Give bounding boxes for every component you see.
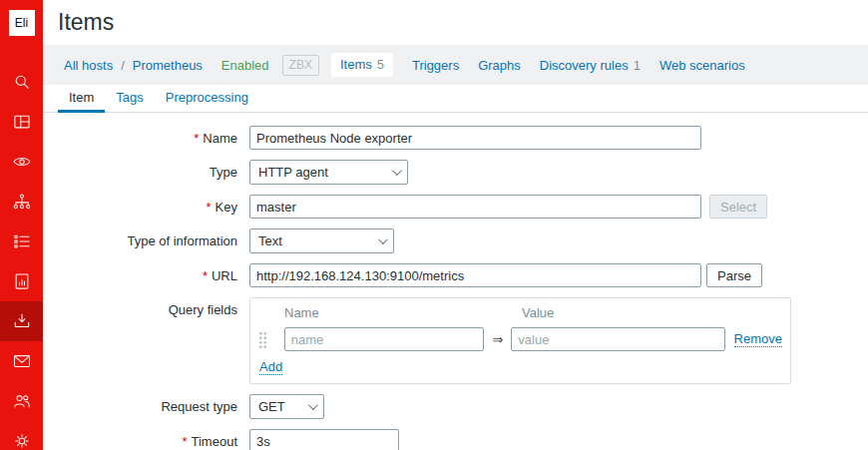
- sidebar-nav: [0, 62, 43, 450]
- tab-strip: Item Tags Preprocessing: [43, 85, 868, 113]
- search-icon: [12, 72, 32, 92]
- chevron-down-icon: [392, 166, 402, 176]
- type-of-information-select-value: Text: [258, 233, 282, 248]
- add-query-field-link[interactable]: Add: [259, 359, 282, 375]
- query-field-value-input[interactable]: [511, 327, 724, 351]
- sidebar-item-data-collection[interactable]: [0, 301, 43, 341]
- maps-to-arrow: ⇒: [492, 332, 503, 347]
- sidebar-item-inventory[interactable]: [0, 222, 43, 261]
- url-input[interactable]: [249, 263, 701, 287]
- sidebar-item-search[interactable]: [0, 62, 43, 102]
- sidebar-item-alerts[interactable]: [0, 341, 43, 381]
- envelope-icon: [12, 351, 32, 371]
- query-field-name-input[interactable]: [284, 327, 485, 351]
- sidebar-item-dashboards[interactable]: [0, 102, 43, 142]
- type-label: Type: [43, 165, 237, 180]
- nav-item-triggers[interactable]: Triggers: [412, 58, 459, 73]
- list-icon: [12, 231, 32, 251]
- sidebar: Eli: [0, 0, 43, 450]
- interface-badge-zbx: ZBX: [282, 55, 319, 76]
- required-marker: *: [203, 268, 208, 283]
- tab-item[interactable]: Item: [58, 85, 105, 113]
- drag-handle-icon[interactable]: [258, 331, 268, 348]
- query-fields-header: Name Value: [254, 305, 782, 320]
- tab-preprocessing[interactable]: Preprocessing: [155, 85, 259, 112]
- nav-item-discovery-rules-count: 1: [634, 58, 641, 73]
- query-fields-label: Query fields: [43, 297, 237, 317]
- query-fields-value-column: Value: [522, 305, 554, 320]
- breadcrumb: All hosts/Prometheus: [64, 58, 203, 73]
- type-of-information-label: Type of information: [43, 233, 237, 248]
- nav-item-discovery-rules-label[interactable]: Discovery rules: [540, 58, 629, 73]
- key-input[interactable]: [249, 195, 701, 219]
- query-fields-name-column: Name: [284, 305, 522, 320]
- gear-icon: [12, 431, 32, 450]
- key-label: *Key: [43, 200, 237, 215]
- app-logo[interactable]: Eli: [9, 10, 35, 36]
- nav-item-items-label: Items: [340, 57, 372, 72]
- type-select[interactable]: HTTP agent: [249, 160, 408, 185]
- chevron-down-icon: [308, 400, 318, 410]
- type-of-information-select[interactable]: Text: [249, 228, 394, 253]
- timeout-label: *Timeout: [43, 434, 237, 449]
- download-icon: [12, 311, 32, 331]
- page-header: Items: [43, 0, 868, 45]
- chevron-down-icon: [378, 234, 388, 244]
- request-type-select-value: GET: [258, 399, 285, 414]
- sidebar-item-users[interactable]: [0, 381, 43, 421]
- form-row-timeout: *Timeout: [43, 429, 868, 450]
- timeout-input[interactable]: [249, 429, 399, 450]
- sidebar-item-monitoring[interactable]: [0, 142, 43, 182]
- form-row-key: *Key Select: [43, 195, 868, 219]
- sidebar-item-administration[interactable]: [0, 421, 43, 450]
- users-icon: [12, 391, 32, 411]
- host-navigation-bar: All hosts/Prometheus Enabled ZBX Items5 …: [43, 45, 868, 85]
- nav-item-discovery-rules[interactable]: Discovery rules1: [540, 58, 641, 73]
- report-chart-icon: [12, 271, 32, 291]
- sidebar-item-reports[interactable]: [0, 261, 43, 301]
- form-row-query-fields: Query fields Name Value ⇒ Remove: [43, 297, 868, 384]
- request-type-label: Request type: [43, 399, 237, 414]
- nav-item-items[interactable]: Items5: [331, 53, 393, 77]
- required-marker: *: [182, 434, 187, 449]
- query-fields-add-row: Add: [259, 359, 782, 374]
- hierarchy-icon: [12, 192, 32, 212]
- sidebar-item-services[interactable]: [0, 182, 43, 222]
- form-row-request-type: Request type GET: [43, 394, 868, 419]
- required-marker: *: [207, 200, 212, 215]
- page-title: Items: [58, 9, 868, 36]
- main-content: Items All hosts/Prometheus Enabled ZBX I…: [43, 0, 868, 450]
- name-input[interactable]: [249, 126, 701, 150]
- dashboards-icon: [12, 112, 32, 132]
- type-select-value: HTTP agent: [258, 165, 328, 180]
- form-row-type: Type HTTP agent: [43, 160, 868, 185]
- form-row-type-of-information: Type of information Text: [43, 228, 868, 253]
- host-status: Enabled: [221, 58, 269, 73]
- name-label: *Name: [43, 131, 237, 146]
- tab-tags[interactable]: Tags: [105, 85, 154, 112]
- breadcrumb-host[interactable]: Prometheus: [133, 58, 203, 73]
- breadcrumb-separator: /: [121, 58, 125, 73]
- eye-icon: [12, 152, 32, 172]
- nav-item-graphs[interactable]: Graphs: [478, 58, 521, 73]
- select-button[interactable]: Select: [709, 195, 767, 219]
- nav-item-web-scenarios[interactable]: Web scenarios: [659, 58, 745, 73]
- form-row-url: *URL Parse: [43, 263, 868, 287]
- query-field-row: ⇒ Remove: [254, 327, 782, 351]
- required-marker: *: [194, 131, 199, 146]
- nav-item-items-count: 5: [377, 57, 384, 72]
- url-label: *URL: [43, 268, 237, 283]
- request-type-select[interactable]: GET: [249, 394, 324, 419]
- parse-button[interactable]: Parse: [706, 263, 762, 287]
- query-fields-box: Name Value ⇒ Remove Add: [249, 297, 791, 384]
- remove-query-field-link[interactable]: Remove: [734, 331, 782, 347]
- form-row-name: *Name: [43, 126, 868, 150]
- breadcrumb-all-hosts[interactable]: All hosts: [64, 58, 113, 73]
- item-form: *Name Type HTTP agent *Key Select Type o…: [43, 113, 868, 450]
